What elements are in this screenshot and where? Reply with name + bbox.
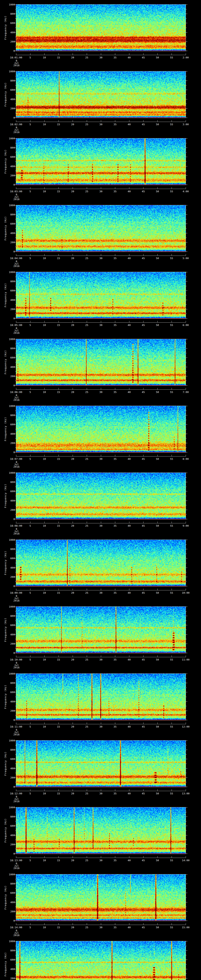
y-tick-label: 400 [5,633,15,636]
y-minor-tick [15,410,16,411]
y-major-tick [14,549,16,549]
y-minor-tick [186,277,187,277]
x-major-tick [143,455,144,456]
x-major-tick [16,455,16,456]
x-major-tick [143,655,144,657]
x-tick-label: 30 [99,591,102,594]
spectrogram-panel: Frequency (Hz)0200400600800100018:06:005… [0,339,201,406]
y-tick-label: 400 [5,900,15,904]
spectrogram-plot-area [16,807,186,854]
x-major-tick [115,455,115,456]
y-minor-tick [186,678,187,679]
y-major-tick [186,653,187,653]
y-major-tick [186,251,187,252]
y-tick-label: 400 [5,432,15,435]
x-tick-label: 40 [128,792,131,795]
y-major-tick [186,339,187,339]
x-major-tick [101,187,101,189]
x-tick-label: 55 [170,56,173,59]
y-major-tick [186,568,187,568]
y-major-tick [186,549,187,549]
spectrogram-image [16,607,186,653]
x-major-tick [30,655,30,657]
x-tick-label: 30 [99,56,102,59]
y-axis-title: Frequency (Hz) [4,82,7,107]
x-major-tick [129,655,129,657]
y-tick-label: 400 [5,98,15,100]
x-tick-label: 10 [43,524,46,527]
x-tick-label: 15 [57,591,60,594]
y-tick-label: 0 [5,384,15,387]
spectrogram-panel: Frequency (Hz)0200400600800100018:09:005… [0,540,201,607]
y-major-tick [14,157,16,157]
y-major-tick [186,415,187,415]
x-tick-label: 45 [142,190,145,193]
x-tick-label: 50 [156,257,159,260]
x-major-tick [129,53,129,55]
y-tick-label: 0 [5,317,15,320]
spectrogram-image [16,473,186,519]
time-axis-start-label: 18:08:00 [10,524,22,527]
x-tick-label: 55 [170,591,173,594]
x-tick-label: 20 [71,792,74,795]
x-tick-label: 35 [113,56,116,59]
x-major-tick [115,589,115,590]
y-major-tick [186,51,187,51]
x-major-tick [16,856,16,858]
y-minor-tick [186,907,187,907]
y-tick-label: 0 [5,116,15,119]
y-minor-tick [186,313,187,314]
y-minor-tick [186,812,187,812]
spectrogram-panel: Frequency (Hz)0200400600800100018:10:005… [0,607,201,673]
x-tick-label: 40 [128,391,131,394]
time-axis-line [16,55,186,55]
x-tick-label: 35 [113,457,116,460]
y-major-tick [186,157,187,157]
y-major-tick [14,309,16,309]
y-major-tick [14,14,16,14]
y-axis-title: Frequency (Hz) [4,617,7,642]
time-axis-start-label: 18:05:00 [10,324,22,326]
x-tick-label: 15 [57,859,60,862]
y-major-tick [186,711,187,711]
y-major-tick [186,424,187,425]
x-tick-label: 10 [43,324,46,326]
x-tick-label: 10 [43,591,46,594]
x-tick-label: 30 [99,926,102,929]
y-tick-label: 400 [5,767,15,770]
x-tick-label: 40 [128,524,131,527]
x-major-tick [16,187,16,189]
y-tick-label: 400 [5,31,15,34]
y-minor-tick [15,313,16,314]
y-tick-label: 200 [5,642,15,645]
x-tick-label: 50 [156,190,159,193]
x-major-tick [30,789,30,791]
y-major-tick [14,692,16,692]
y-tick-label: 600 [5,557,15,560]
x-major-tick [129,120,129,122]
y-minor-tick [15,9,16,10]
spectrogram-panel: Frequency (Hz)0200400600800100018:15:005… [0,941,201,980]
y-major-tick [186,14,187,14]
y-minor-tick [186,362,187,363]
x-tick-label: 25 [85,859,88,862]
y-minor-tick [186,946,187,946]
x-tick-label: 25 [85,591,88,594]
y-minor-tick [15,362,16,363]
y-major-tick [186,807,187,808]
x-major-tick [16,722,16,724]
date-line: 2016 [13,733,19,736]
x-major-tick [101,455,101,456]
time-axis-end-label: 4:00 [183,190,189,193]
y-minor-tick [186,487,187,487]
x-tick-label: 50 [156,591,159,594]
x-major-tick [129,856,129,858]
x-tick-label: 20 [71,123,74,126]
y-major-tick [186,205,187,205]
x-major-tick [101,388,101,390]
x-tick-label: 40 [128,457,131,460]
spectrogram-image [16,406,186,452]
y-minor-tick [186,438,187,439]
y-minor-tick [186,46,187,46]
y-minor-tick [15,812,16,812]
